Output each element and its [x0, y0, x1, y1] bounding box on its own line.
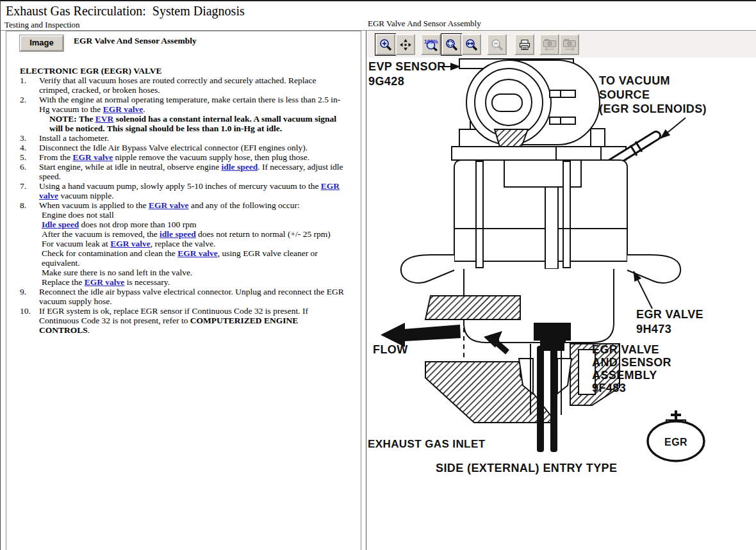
step-text: Check for contamination and clean the EG…	[39, 248, 345, 268]
procedure-step: 5.From the EGR valve nipple remove the v…	[20, 152, 361, 162]
image-button[interactable]: Image	[20, 35, 63, 51]
toolbar-pan-button[interactable]	[395, 34, 415, 55]
toolbar-fit-width-button[interactable]	[461, 34, 481, 55]
magnifier-plus-icon	[379, 38, 392, 51]
step-number	[20, 239, 39, 248]
egr-valve-link[interactable]: EGR valve	[103, 104, 144, 114]
camera-next-icon	[563, 38, 577, 52]
vacuum-source-label-1: TO VACUUM	[599, 74, 670, 87]
procedure-sub: After the vacuum is removed, the idle sp…	[20, 229, 361, 239]
procedure-step: 1.Verify that all vacuum hoses are route…	[20, 76, 361, 95]
entry-type-caption: SIDE (EXTERNAL) ENTRY TYPE	[436, 462, 617, 474]
assembly-label-4: 9F483	[592, 382, 626, 394]
egr-valve-label: EGR VALVE	[636, 308, 703, 321]
egr-valve-link[interactable]: EGR valve	[73, 152, 113, 162]
step-number	[20, 220, 39, 229]
image-viewer-panel: 100%	[366, 31, 756, 550]
step-text: Replace the EGR valve is necessary.	[39, 277, 345, 287]
step-number	[20, 248, 39, 268]
egr-valve-link[interactable]: EGR valve	[110, 239, 151, 248]
assembly-label-2: AND SENSOR	[592, 356, 671, 369]
flow-label: FLOW	[373, 343, 408, 356]
procedure-sub: Make sure there is no sand left in the v…	[20, 268, 361, 277]
procedure-step: 9.Reconnect the idle air bypass valve el…	[20, 287, 361, 306]
evp-sensor-label: EVP SENSOR	[368, 60, 446, 73]
idle-speed-link[interactable]: idle speed	[160, 229, 196, 239]
procedure-sub: For vacuum leak at EGR valve, replace th…	[20, 239, 361, 248]
printer-icon	[518, 38, 531, 51]
step-number: 5.	[20, 152, 39, 162]
step-number	[20, 229, 39, 239]
magnifier-100-icon: 100%	[424, 38, 438, 51]
step-number: 1.	[20, 76, 39, 95]
procedure-step: 7.Using a hand vacuum pump, slowly apply…	[20, 181, 361, 200]
egr-valve-part: 9H473	[636, 323, 671, 336]
procedure-step: 10.If EGR system is ok, replace EGR sens…	[20, 306, 361, 335]
camera-prev-icon	[543, 38, 557, 52]
procedure-step: 8.When vacuum is applied to the EGR valv…	[20, 200, 361, 210]
procedure-sub: Idle speed does not drop more than 100 r…	[20, 220, 361, 229]
svg-text:100%: 100%	[424, 38, 438, 45]
step-number: 4.	[20, 143, 39, 152]
evp-sensor-part: 9G428	[368, 75, 404, 88]
procedure-step: 6.Start engine, while at idle in neutral…	[20, 162, 361, 181]
egr-valve-link[interactable]: EGR valve	[85, 277, 125, 287]
procedure-sub: Check for contamination and clean the EG…	[20, 248, 361, 268]
procedure-note: NOTE: The EVR solenoid has a constant in…	[20, 114, 361, 133]
toolbar-print-button[interactable]	[514, 34, 534, 55]
step-number: 9.	[20, 287, 39, 306]
step-text: With the engine at normal operating temp…	[39, 95, 345, 114]
procedure-sub: Engine does not stall	[20, 210, 361, 220]
step-text: Verify that all vacuum hoses are routed …	[39, 76, 345, 95]
step-number	[20, 114, 39, 133]
step-text: Start engine, while at idle in neutral, …	[39, 162, 345, 181]
image-caption: EGR Valve And Sensor Assembly	[74, 36, 197, 46]
step-text: If EGR system is ok, replace EGR sensor …	[39, 306, 345, 335]
magnifier-fit-width-icon	[465, 38, 478, 51]
page-title: Exhaust Gas Recirculation: System Diagno…	[6, 4, 245, 19]
procedure-list: ELECTRONIC EGR (EEGR) VALVE1.Verify that…	[20, 66, 361, 335]
step-number	[20, 268, 39, 277]
toolbar-zoom-100-button[interactable]: 100%	[421, 34, 441, 55]
step-text: From the EGR valve nipple remove the vac…	[39, 152, 345, 162]
header: Exhaust Gas Recirculation: System Diagno…	[1, 1, 756, 31]
exhaust-gas-inlet-label: EXHAUST GAS INLET	[368, 438, 486, 450]
step-text: After the vacuum is removed, the idle sp…	[39, 229, 345, 239]
idle-speed-link[interactable]: Idle speed	[42, 220, 79, 229]
procedure-sub: Replace the EGR valve is necessary.	[20, 277, 361, 287]
vacuum-source-label-2: SOURCE	[599, 88, 650, 101]
image-panel-title: EGR Valve And Sensor Assembly	[368, 19, 481, 29]
step-text: Using a hand vacuum pump, slowly apply 5…	[39, 181, 345, 200]
procedure-heading: ELECTRONIC EGR (EEGR) VALVE	[20, 66, 361, 76]
step-number: 10.	[20, 306, 39, 335]
step-text: Make sure there is no sand left in the v…	[39, 268, 345, 277]
diagram-line-art: EVP SENSOR 9G428 TO VACUUM SOURCE (EGR S…	[366, 58, 756, 550]
step-text: Engine does not stall	[39, 210, 345, 220]
step-text: Install a tachometer.	[39, 133, 345, 143]
egr-logo-label: EGR	[664, 437, 687, 448]
step-number: 3.	[20, 133, 39, 143]
step-number	[20, 210, 39, 220]
assembly-label-3: ASSEMBLY	[592, 369, 657, 382]
toolbar-prev-image-button	[539, 34, 559, 55]
idle-speed-link[interactable]: idle speed	[222, 162, 258, 172]
step-text: Idle speed does not drop more than 100 r…	[39, 220, 345, 229]
toolbar-zoom-region-button[interactable]	[441, 34, 461, 55]
step-text: Reconnect the idle air bypass valve elec…	[39, 287, 345, 306]
egr-valve-diagram: EVP SENSOR 9G428 TO VACUUM SOURCE (EGR S…	[366, 58, 756, 550]
evr-link[interactable]: EVR	[95, 114, 114, 124]
step-number	[20, 277, 39, 287]
procedure-panel: Image EGR Valve And Sensor Assembly ELEC…	[6, 31, 361, 550]
toolbar-next-image-button	[559, 34, 579, 55]
page-subtitle: Testing and Inspection	[4, 20, 80, 30]
egr-valve-link[interactable]: EGR valve	[177, 248, 218, 258]
step-text: Disconnect the Idle Air Bypass Valve ele…	[39, 143, 345, 152]
step-text: For vacuum leak at EGR valve, replace th…	[39, 239, 345, 248]
step-number: 6.	[20, 162, 39, 181]
application-window: Exhaust Gas Recirculation: System Diagno…	[0, 0, 756, 550]
toolbar-zoom-in-button[interactable]	[375, 34, 395, 55]
procedure-step: 4.Disconnect the Idle Air Bypass Valve e…	[20, 143, 361, 152]
egr-valve-link[interactable]: EGR valve	[149, 200, 189, 210]
step-number: 2.	[20, 95, 39, 114]
step-number: 8.	[20, 200, 39, 210]
